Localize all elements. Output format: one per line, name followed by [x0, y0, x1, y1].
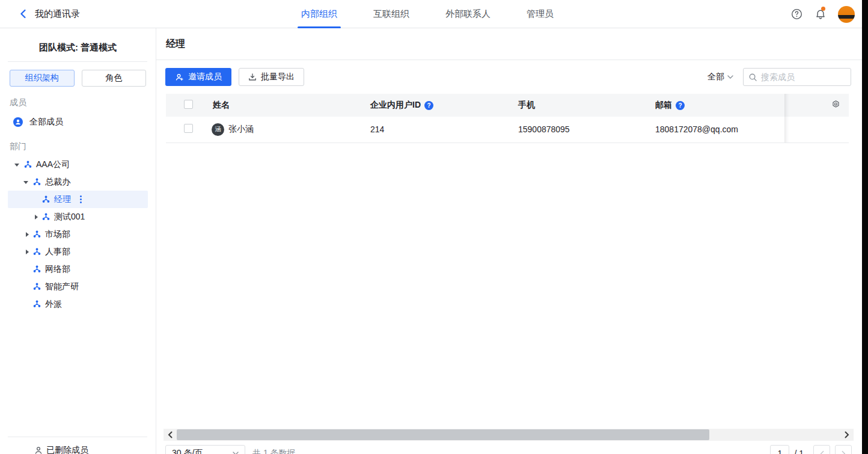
- page-title-row: 经理: [156, 28, 868, 60]
- deleted-members-label: 已删除成员: [46, 445, 88, 454]
- member-name: 张小涵: [228, 124, 254, 135]
- header-back-group[interactable]: 我的通讯录: [0, 8, 80, 20]
- tree-item-label: 人事部: [45, 247, 70, 257]
- tree-item-label: 经理: [54, 194, 71, 205]
- user-avatar[interactable]: [838, 6, 855, 23]
- toolbar-right: 全部: [708, 68, 851, 86]
- caret-down-icon[interactable]: [14, 161, 24, 169]
- select-all-checkbox[interactable]: [184, 100, 193, 109]
- column-settings-gear-icon[interactable]: [831, 100, 849, 109]
- horizontal-scrollbar[interactable]: [164, 429, 854, 441]
- departments-section-label: 部门: [0, 130, 156, 152]
- next-page-button[interactable]: [835, 445, 852, 454]
- table-row[interactable]: 涵张小涵214159008780951808172078@qq.com: [166, 117, 849, 143]
- team-mode-label: 团队模式: 普通模式: [0, 28, 156, 54]
- header-actions: [790, 0, 855, 28]
- tree-item[interactable]: 经理: [8, 191, 148, 208]
- search-box[interactable]: [743, 68, 851, 86]
- department-icon: [33, 178, 41, 186]
- scroll-left-arrow-icon[interactable]: [164, 429, 177, 441]
- scroll-right-arrow-icon[interactable]: [840, 429, 854, 441]
- caret-down-icon[interactable]: [23, 178, 33, 186]
- column-header-phone: 手机: [518, 100, 535, 111]
- userid-help-icon[interactable]: ?: [424, 101, 433, 110]
- divider: [8, 437, 147, 437]
- department-icon: [33, 300, 41, 308]
- tree-item[interactable]: 智能产研: [8, 278, 148, 295]
- prev-page-button[interactable]: [813, 445, 830, 454]
- department-icon: [42, 195, 50, 203]
- page-total-label: / 1: [794, 449, 804, 454]
- search-input[interactable]: [761, 72, 868, 82]
- tree-item-label: AAA公司: [36, 159, 70, 170]
- sidebar: 团队模式: 普通模式 组织架构 角色 成员 全部成员 部门 AAA公司总裁办经理…: [0, 28, 156, 454]
- tab-2[interactable]: 互联组织: [370, 0, 413, 28]
- page-controls: 1 / 1: [770, 445, 852, 454]
- tree-item[interactable]: 测试001: [8, 208, 148, 225]
- tree-item[interactable]: 人事部: [8, 243, 148, 260]
- tree-item-label: 智能产研: [45, 281, 79, 292]
- member-phone: 15900878095: [518, 117, 655, 143]
- tree-item-label: 市场部: [45, 229, 70, 240]
- tree-item[interactable]: AAA公司: [8, 156, 148, 173]
- notification-bell-icon[interactable]: [814, 8, 827, 21]
- member-avatar: 涵: [212, 123, 224, 136]
- pagination-bar: 30 条/页 共 1 条数据 1 / 1: [165, 445, 852, 454]
- deleted-members-icon: [34, 446, 43, 454]
- tree-item[interactable]: 外派: [8, 295, 148, 313]
- page-breadcrumb-title: 我的通讯录: [35, 8, 80, 20]
- page-size-select[interactable]: 30 条/页: [165, 445, 245, 454]
- email-help-icon[interactable]: ?: [676, 101, 685, 110]
- page-number-input[interactable]: 1: [770, 445, 789, 454]
- org-structure-button[interactable]: 组织架构: [10, 70, 75, 87]
- tree-item[interactable]: 市场部: [8, 225, 148, 243]
- tab-1[interactable]: 内部组织: [298, 0, 341, 28]
- sidebar-item-all-members[interactable]: 全部成员: [8, 113, 148, 130]
- chevron-down-icon: [727, 75, 733, 79]
- column-header-email: 邮箱: [655, 100, 672, 111]
- total-count-label: 共 1 条数据: [252, 448, 296, 454]
- notification-dot: [821, 7, 825, 11]
- app-window: 我的通讯录 内部组织互联组织外部联系人管理员 团队模式: 普通模式 组织架构 角…: [0, 0, 868, 454]
- help-icon[interactable]: [790, 8, 803, 21]
- view-switch: 组织架构 角色: [0, 62, 156, 87]
- department-icon: [33, 230, 41, 238]
- members-table: 姓名 企业内用户ID? 手机 邮箱? 涵张小涵21415900878095180…: [166, 94, 849, 143]
- department-icon: [42, 213, 50, 221]
- department-icon: [33, 265, 41, 273]
- row-ops-cell: [784, 117, 849, 143]
- caret-right-icon[interactable]: [23, 250, 33, 254]
- department-icon: [24, 161, 32, 168]
- all-members-label: 全部成员: [29, 117, 63, 127]
- main-panel: 经理 邀请成员 批量导出 全部: [156, 28, 868, 454]
- sidebar-footer: 已删除成员: [0, 437, 156, 454]
- batch-export-button[interactable]: 批量导出: [239, 68, 304, 86]
- all-members-icon: [13, 117, 23, 127]
- chevron-down-icon: [233, 452, 239, 454]
- caret-right-icon[interactable]: [32, 215, 42, 219]
- tree-item[interactable]: 总裁办: [8, 173, 148, 191]
- right-edge-strip: [862, 0, 868, 454]
- tree-item[interactable]: 网络部: [8, 260, 148, 278]
- members-section-label: 成员: [0, 87, 156, 108]
- invite-member-button[interactable]: 邀请成员: [165, 68, 231, 86]
- role-button[interactable]: 角色: [82, 70, 147, 87]
- filter-dropdown[interactable]: 全部: [708, 72, 733, 82]
- more-actions-icon[interactable]: [79, 194, 83, 204]
- caret-right-icon[interactable]: [23, 232, 33, 237]
- deleted-members-item[interactable]: 已删除成员: [0, 445, 156, 454]
- tree-item-label: 测试001: [54, 212, 85, 222]
- column-header-userid: 企业内用户ID: [370, 100, 421, 111]
- scrollbar-thumb[interactable]: [177, 429, 709, 440]
- row-checkbox[interactable]: [184, 124, 193, 133]
- invite-person-icon: [175, 73, 184, 82]
- tab-4[interactable]: 管理员: [523, 0, 557, 28]
- page-title: 经理: [166, 38, 185, 51]
- department-tree: AAA公司总裁办经理测试001市场部人事部网络部智能产研外派: [0, 156, 156, 313]
- column-header-name: 姓名: [213, 100, 230, 111]
- nav-tabs: 内部组织互联组织外部联系人管理员: [298, 0, 557, 28]
- department-icon: [33, 248, 41, 256]
- back-chevron-icon[interactable]: [18, 8, 29, 19]
- tab-3[interactable]: 外部联系人: [442, 0, 494, 28]
- table-header-row: 姓名 企业内用户ID? 手机 邮箱?: [166, 94, 849, 117]
